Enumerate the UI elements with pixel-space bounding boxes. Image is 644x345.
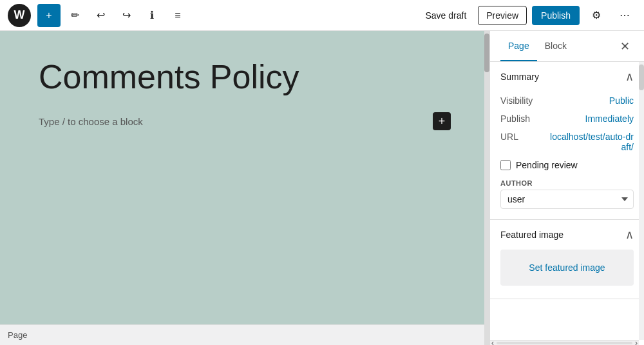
undo-icon: ↩ <box>97 9 105 21</box>
gear-icon: ⚙ <box>592 9 601 21</box>
sidebar-vertical-scrollbar <box>639 62 644 340</box>
editor-scroll-thumb[interactable] <box>484 34 489 72</box>
scroll-right-button[interactable]: › <box>634 339 639 346</box>
main-content: Comments Policy Type / to choose a block… <box>0 31 644 345</box>
featured-image-section-header[interactable]: Featured image ∧ <box>490 220 644 250</box>
sidebar-header: Page Block ✕ <box>490 31 644 62</box>
editor-inner: Comments Policy Type / to choose a block… <box>0 31 489 345</box>
editor-area: Comments Policy Type / to choose a block… <box>0 31 489 345</box>
author-section: AUTHOR user admin <box>500 179 634 209</box>
block-placeholder[interactable]: Type / to choose a block <box>39 116 143 127</box>
url-row: URL localhost/test/auto-draft/ <box>500 128 634 156</box>
toolbar-left: W + ✏ ↩ ↪ ℹ ≡ <box>8 4 416 27</box>
tab-page[interactable]: Page <box>500 32 537 61</box>
close-icon: ✕ <box>620 39 630 54</box>
add-block-inline-button[interactable]: + <box>433 112 451 130</box>
pending-review-label: Pending review <box>516 160 578 170</box>
toolbar: W + ✏ ↩ ↪ ℹ ≡ Save draft Preview Publish… <box>0 0 644 31</box>
ellipsis-icon: ⋯ <box>620 9 630 21</box>
scroll-left-button[interactable]: ‹ <box>490 339 495 346</box>
featured-image-label: Featured image <box>500 230 564 240</box>
summary-section-content: Visibility Public Publish Immediately UR… <box>490 92 644 219</box>
horizontal-scroll-thumb[interactable] <box>497 342 632 344</box>
sidebar-tabs: Page Block <box>500 32 574 61</box>
publish-button[interactable]: Publish <box>532 6 580 25</box>
sidebar-scroll-thumb[interactable] <box>639 64 644 90</box>
visibility-label: Visibility <box>500 95 533 106</box>
editor-scroll-track <box>484 31 489 345</box>
wordpress-logo[interactable]: W <box>8 4 31 27</box>
save-draft-button[interactable]: Save draft <box>419 6 473 25</box>
summary-label: Summary <box>500 72 539 82</box>
sidebar: Page Block ✕ Summary ∧ Visibility Public <box>489 31 644 345</box>
publish-label: Publish <box>500 113 530 124</box>
settings-button[interactable]: ⚙ <box>585 4 608 27</box>
plus-icon: + <box>439 115 446 128</box>
list-view-button[interactable]: ≡ <box>166 4 189 27</box>
page-title[interactable]: Comments Policy <box>39 57 451 97</box>
visibility-row: Visibility Public <box>500 92 634 110</box>
publish-row: Publish Immediately <box>500 110 634 128</box>
info-icon: ℹ <box>150 9 154 21</box>
tab-block[interactable]: Block <box>537 32 574 61</box>
summary-section: Summary ∧ Visibility Public Publish Imme… <box>490 62 644 220</box>
more-options-button[interactable]: ⋯ <box>613 4 636 27</box>
block-area-row: Type / to choose a block + <box>39 112 451 130</box>
author-select[interactable]: user admin <box>500 190 634 209</box>
info-button[interactable]: ℹ <box>140 4 164 27</box>
sidebar-close-button[interactable]: ✕ <box>616 37 634 55</box>
summary-chevron-up: ∧ <box>625 70 634 84</box>
tools-icon: ✏ <box>71 9 79 21</box>
featured-image-chevron-up: ∧ <box>625 228 634 242</box>
horizontal-scrollbar: ‹ › <box>490 340 639 345</box>
featured-image-section: Featured image ∧ Set featured image <box>490 220 644 299</box>
add-block-button[interactable]: + <box>37 4 61 27</box>
preview-button[interactable]: Preview <box>478 6 527 25</box>
url-value[interactable]: localhost/test/auto-draft/ <box>550 132 634 152</box>
list-icon: ≡ <box>175 10 180 21</box>
pending-review-checkbox[interactable] <box>500 160 511 170</box>
url-label: URL <box>500 132 518 142</box>
tools-button[interactable]: ✏ <box>63 4 86 27</box>
summary-section-header[interactable]: Summary ∧ <box>490 62 644 92</box>
set-featured-image-button[interactable]: Set featured image <box>500 250 634 286</box>
author-label: AUTHOR <box>500 179 634 187</box>
publish-value[interactable]: Immediately <box>585 113 634 124</box>
redo-button[interactable]: ↪ <box>115 4 138 27</box>
pending-review-row: Pending review <box>500 156 634 174</box>
toolbar-right: Save draft Preview Publish ⚙ ⋯ <box>419 4 636 27</box>
redo-icon: ↪ <box>122 9 131 21</box>
featured-image-section-content: Set featured image <box>490 250 644 299</box>
status-bar-label: Page <box>8 330 27 340</box>
status-bar: Page <box>0 324 484 345</box>
undo-button[interactable]: ↩ <box>89 4 112 27</box>
visibility-value[interactable]: Public <box>609 95 634 106</box>
